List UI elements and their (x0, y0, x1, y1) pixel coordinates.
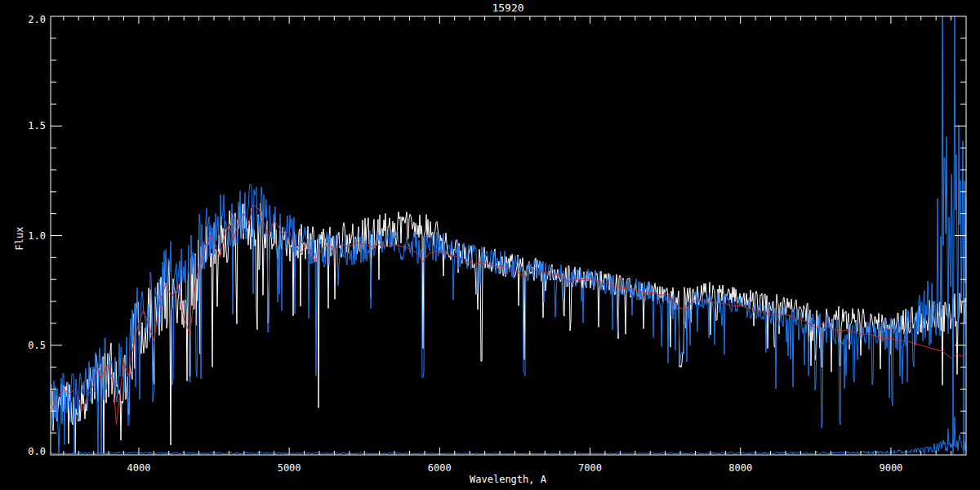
x-tick-label: 8000 (728, 462, 752, 474)
spectrum-chart: 4000500060007000800090000.00.51.01.52.0 … (0, 0, 980, 490)
x-tick-label: 7000 (578, 462, 602, 474)
x-tick-label: 5000 (278, 462, 301, 474)
y-tick-label: 2.0 (28, 14, 46, 25)
x-tick-label: 6000 (428, 462, 452, 474)
labels-layer: 15920 Wavelength, A Flux (14, 2, 547, 485)
y-tick-label: 0.5 (28, 340, 46, 351)
y-tick-label: 0.0 (28, 446, 46, 457)
y-tick-label: 1.0 (28, 230, 46, 242)
y-axis-label: Flux (14, 227, 25, 251)
plot-frame (51, 16, 966, 455)
x-axis-label: Wavelength, A (470, 474, 547, 485)
axes-layer: 4000500060007000800090000.00.51.01.52.0 (28, 14, 966, 474)
trace-observed-spectrum-blue (51, 0, 966, 454)
trace-error-spectrum-blue (51, 416, 966, 454)
series-layer (51, 0, 966, 454)
y-tick-label: 1.5 (28, 120, 46, 131)
chart-title: 15920 (492, 2, 523, 14)
x-tick-label: 4000 (127, 462, 150, 474)
spectrum-viewer-window: 4000500060007000800090000.00.51.01.52.0 … (0, 0, 980, 490)
x-tick-label: 9000 (879, 462, 902, 474)
